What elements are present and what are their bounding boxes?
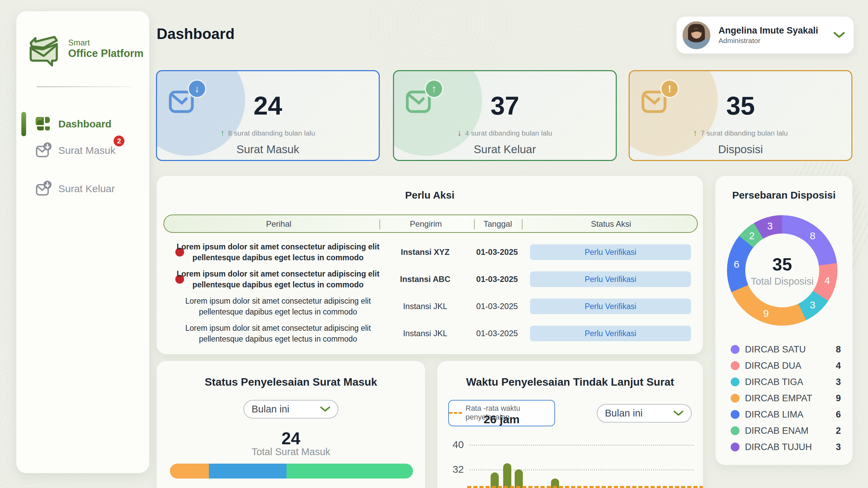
legend-label: DIRCAB DUA: [745, 361, 802, 371]
legend-dot: [731, 378, 739, 386]
user-role: Administrator: [718, 36, 818, 45]
sidebar: Smart Office Platform Dashboard: [16, 11, 149, 473]
panel-title: Perlu Aksi: [157, 189, 703, 201]
status-badge[interactable]: Perlu Verifikasi: [530, 326, 691, 341]
user-menu[interactable]: Angelina Imute Syakali Administrator: [676, 17, 854, 54]
chevron-down-icon: [833, 32, 845, 39]
sidebar-item-dashboard[interactable]: Dashboard: [16, 111, 149, 137]
legend-value: 9: [836, 393, 841, 404]
column-separator: [379, 219, 380, 229]
trend-arrow-icon: ↑: [693, 128, 697, 137]
status-badge[interactable]: Perlu Verifikasi: [530, 244, 691, 260]
donut-slice-label: 4: [824, 275, 830, 286]
cell-perihal: Lorem ipsum dolor sit amet consectetur a…: [170, 268, 387, 290]
chevron-down-icon: [320, 406, 330, 412]
legend-value: 3: [836, 442, 841, 452]
progress-segment: [170, 464, 209, 479]
average-dashed-line: [467, 486, 703, 488]
table-row[interactable]: Lorem ipsum dolor sit amet consectetur a…: [163, 266, 698, 293]
sidebar-divider: [37, 86, 133, 87]
donut-slice-label: 3: [767, 220, 773, 232]
brand-name: Office Platform: [68, 47, 143, 60]
legend-label: DIRCAB TIGA: [745, 377, 803, 387]
legend-dot: [731, 361, 739, 370]
column-header-perihal: Perihal: [266, 215, 292, 233]
donut-slice-label: 8: [810, 230, 815, 242]
status-progress-bar: [170, 464, 413, 479]
waktu-panel: Waktu Penyelesaian Tindak Lanjut Surat R…: [437, 361, 703, 488]
sidebar-item-label: Dashboard: [58, 118, 112, 130]
brand-logo-icon: [25, 30, 63, 68]
legend-dot: [731, 345, 739, 354]
status-surat-panel: Status Penyelesaian Surat Masuk Bulan in…: [157, 361, 425, 488]
mail-out-icon: [35, 180, 53, 198]
legend-label: DIRCAB TUJUH: [745, 442, 812, 452]
stat-trend: ↓4 surat dibanding bulan lalu: [394, 128, 616, 138]
legend-item: DIRCAB DUA 4: [731, 360, 841, 371]
legend-dot: [731, 426, 739, 435]
cell-tanggal: 01-03-2025: [476, 302, 518, 311]
cell-perihal: Lorem ipsum dolor sit amet consectetur a…: [170, 323, 387, 344]
stat-trend: ↑7 surat dibanding bulan lalu: [630, 128, 851, 138]
trend-arrow-icon: ↓: [458, 128, 462, 137]
column-header-tanggal: Tanggal: [484, 215, 512, 233]
donut-slice-label: 2: [749, 230, 755, 242]
disposisi-donut: 8439623 35 Total Disposisi: [727, 215, 837, 326]
progress-segment: [209, 464, 287, 479]
status-badge[interactable]: Perlu Verifikasi: [530, 271, 691, 287]
active-indicator: [21, 112, 26, 136]
donut-center: 35 Total Disposisi: [745, 233, 819, 307]
legend-value: 6: [836, 409, 841, 420]
cell-pengirim: Instansi JKL: [403, 329, 448, 338]
legend-dot: [731, 394, 739, 403]
legend-label: DIRCAB LIMA: [745, 409, 804, 420]
progress-segment: [287, 464, 413, 479]
trend-arrow-icon: ↑: [221, 128, 225, 137]
stat-card[interactable]: ! 35 ↑7 surat dibanding bulan lalu Dispo…: [629, 70, 852, 161]
legend-dot: [731, 410, 739, 419]
donut-slice-label: 6: [734, 259, 739, 270]
status-badge[interactable]: Perlu Verifikasi: [530, 299, 691, 314]
sidebar-item-label: Surat Masuk: [58, 145, 115, 156]
perlu-aksi-panel: Perlu Aksi Perihal Pengirim Tanggal Stat…: [157, 176, 703, 354]
legend-value: 3: [836, 377, 841, 387]
stat-trend: ↑8 surat dibanding bulan lalu: [157, 128, 379, 138]
sidebar-item-label: Surat Keluar: [58, 183, 115, 195]
dashboard-grid-icon: [35, 116, 53, 132]
cell-tanggal: 01-03-2025: [476, 247, 518, 257]
sidebar-item-surat-masuk[interactable]: Surat Masuk 2: [16, 138, 149, 163]
waktu-bars: [437, 361, 703, 488]
column-separator: [474, 219, 475, 229]
stat-card[interactable]: ↑ 37 ↓4 surat dibanding bulan lalu Surat…: [393, 70, 617, 161]
legend-label: DIRCAB SATU: [745, 344, 806, 355]
table-row[interactable]: Lorem ipsum dolor sit amet consectetur a…: [163, 239, 698, 266]
legend-item: DIRCAB SATU 8: [731, 344, 841, 355]
select-value: Bulan ini: [252, 404, 289, 415]
column-header-status: Status Aksi: [591, 215, 631, 233]
disposisi-panel: Persebaran Disposisi 8439623 35 Total Di…: [715, 176, 852, 465]
legend-item: DIRCAB ENAM 2: [731, 425, 841, 436]
legend-item: DIRCAB TUJUH 3: [731, 441, 841, 453]
sidebar-item-surat-keluar[interactable]: Surat Keluar: [16, 176, 149, 202]
legend-label: DIRCAB ENAM: [745, 426, 809, 436]
panel-title: Status Penyelesaian Surat Masuk: [157, 376, 425, 388]
cell-pengirim: Instansi XYZ: [401, 247, 450, 257]
bar: [503, 463, 511, 488]
donut-slice-label: 3: [810, 299, 815, 311]
avatar: [683, 21, 710, 49]
table-row[interactable]: Lorem ipsum dolor sit amet consectetur a…: [163, 320, 698, 347]
brand: Smart Office Platform: [25, 30, 143, 68]
column-separator: [522, 219, 522, 229]
notification-badge: 2: [113, 135, 125, 147]
stat-label: Disposisi: [630, 143, 851, 156]
stat-value: 37: [394, 91, 616, 120]
page-title: Dashboard: [157, 25, 235, 42]
stat-card[interactable]: ↓ 24 ↑8 surat dibanding bulan lalu Surat…: [156, 70, 380, 161]
legend-item: DIRCAB LIMA 6: [731, 409, 841, 420]
table-header: Perihal Pengirim Tanggal Status Aksi: [163, 215, 698, 233]
donut-total: 35: [772, 254, 792, 274]
table-row[interactable]: Lorem ipsum dolor sit amet consectetur a…: [163, 293, 698, 320]
cell-tanggal: 01-03-2025: [476, 274, 518, 284]
period-select[interactable]: Bulan ini: [243, 400, 338, 419]
stat-label: Surat Masuk: [157, 143, 379, 156]
